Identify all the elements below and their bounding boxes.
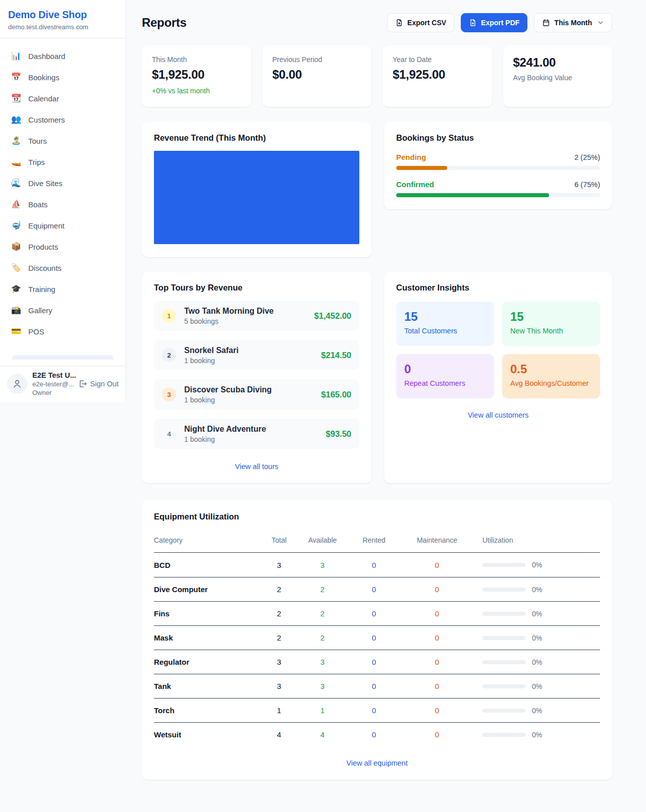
island-icon: 🏝️	[11, 137, 21, 145]
tour-row[interactable]: 4 Night Dive Adventure 1 booking $93.50	[154, 419, 359, 449]
table-row: BCD 3 3 0 0 0%	[154, 553, 600, 577]
equipment-total: 3	[261, 682, 297, 690]
equipment-total: 2	[261, 585, 297, 594]
revenue-trend-chart	[154, 151, 359, 244]
export-pdf-label: Export PDF	[481, 19, 519, 27]
tag-icon: 🏷️	[11, 264, 21, 272]
sidebar-item-calendar[interactable]: 📆 Calendar	[6, 88, 120, 109]
user-footer: E2E Test U... e2e-tester@... Owner Sign …	[0, 366, 126, 402]
sidebar-item-discounts[interactable]: 🏷️ Discounts	[6, 257, 120, 278]
table-header-row: Category Total Available Rented Maintena…	[154, 533, 600, 553]
utilization-pct: 0%	[532, 731, 542, 739]
equipment-total: 3	[261, 658, 297, 666]
insight-tile-avg-bookings: 0.5 Avg Bookings/Customer	[502, 354, 600, 398]
equipment-total: 3	[261, 561, 297, 569]
utilization-bar	[482, 733, 525, 737]
period-label: This Month	[554, 19, 592, 27]
sidebar-item-trips[interactable]: 🚤 Trips	[6, 151, 120, 172]
view-all-equipment-link[interactable]: View all equipment	[346, 759, 407, 767]
camera-icon: 📸	[11, 306, 21, 314]
export-pdf-button[interactable]: Export PDF	[461, 13, 527, 32]
equipment-utilization-title: Equipment Utilization	[154, 512, 600, 521]
people-icon: 👥	[11, 115, 21, 124]
view-all-tours-link[interactable]: View all tours	[235, 462, 279, 471]
utilization-bar	[482, 709, 525, 713]
page-title: Reports	[142, 16, 187, 30]
insight-label: Repeat Customers	[404, 379, 486, 387]
brand-name[interactable]: Demo Dive Shop	[8, 9, 118, 21]
rank-badge: 3	[162, 387, 176, 401]
sidebar-item-boats[interactable]: ⛵ Boats	[6, 194, 120, 215]
main-content: Reports Export CSV Export PDF This Month…	[126, 0, 646, 800]
tour-bookings: 1 booking	[184, 396, 313, 404]
brand-domain: demo.test.divestreams.com	[8, 23, 118, 31]
tour-row[interactable]: 3 Discover Scuba Diving 1 booking $165.0…	[154, 379, 359, 410]
sailboat-icon: ⛵	[11, 200, 21, 208]
tour-revenue: $214.50	[321, 351, 351, 360]
view-all-customers-link[interactable]: View all customers	[468, 411, 529, 419]
customer-insights-title: Customer Insights	[396, 283, 600, 293]
tour-bookings: 1 booking	[184, 435, 318, 443]
equipment-total: 1	[261, 706, 297, 715]
equipment-rented: 0	[348, 658, 400, 666]
progress-fill	[396, 193, 549, 197]
utilization-bar	[482, 660, 525, 664]
status-row-confirmed: Confirmed 6 (75%)	[396, 180, 600, 197]
sidebar-item-customers[interactable]: 👥 Customers	[6, 109, 120, 130]
insight-label: Total Customers	[404, 327, 486, 335]
stat-value: $1,925.00	[393, 68, 482, 82]
table-row: Tank 3 3 0 0 0%	[154, 674, 600, 698]
header-actions: Export CSV Export PDF This Month	[387, 13, 612, 32]
top-tours-card: Top Tours by Revenue 1 Two Tank Morning …	[142, 272, 371, 483]
equipment-rented: 0	[348, 585, 400, 594]
equipment-maintenance: 0	[400, 561, 474, 569]
page-header: Reports Export CSV Export PDF This Month	[142, 13, 612, 32]
equipment-total: 2	[261, 633, 297, 642]
sidebar-item-gallery[interactable]: 📸 Gallery	[6, 300, 120, 321]
equipment-utilization-card: Equipment Utilization Category Total Ava…	[142, 500, 612, 780]
tour-bookings: 5 bookings	[184, 317, 306, 325]
insight-value: 15	[404, 310, 486, 324]
insight-tile-total-customers: 15 Total Customers	[396, 302, 494, 346]
sidebar-item-dive-sites[interactable]: 🌊 Dive Sites	[6, 172, 120, 194]
stat-value: $1,925.00	[152, 68, 241, 82]
stat-delta: +0% vs last month	[152, 87, 241, 95]
logout-icon	[78, 379, 87, 388]
tour-revenue: $165.00	[321, 390, 351, 399]
sidebar-item-products[interactable]: 📦 Products	[6, 236, 120, 257]
sidebar-item-label: Gallery	[28, 306, 52, 315]
equipment-rented: 0	[348, 682, 400, 690]
wave-icon: 🌊	[11, 179, 21, 187]
graduation-cap-icon: 🎓	[11, 285, 21, 293]
equipment-rented: 0	[348, 633, 400, 642]
equipment-rented: 0	[348, 561, 400, 569]
sidebar-item-bookings[interactable]: 📅 Bookings	[6, 67, 120, 88]
rank-badge: 4	[162, 427, 176, 441]
equipment-available: 4	[297, 730, 348, 739]
utilization-pct: 0%	[532, 634, 542, 642]
stat-card-previous-period: Previous Period $0.00	[262, 45, 372, 107]
utilization-pct: 0%	[532, 561, 542, 569]
export-csv-button[interactable]: Export CSV	[387, 13, 454, 32]
utilization-pct: 0%	[532, 707, 542, 715]
equipment-available: 2	[297, 633, 348, 642]
tour-row[interactable]: 1 Two Tank Morning Dive 5 bookings $1,45…	[154, 301, 359, 331]
table-row: Wetsuit 4 4 0 0 0%	[154, 722, 600, 746]
stat-value: $0.00	[273, 68, 362, 82]
equipment-maintenance: 0	[400, 658, 474, 666]
sign-out-button[interactable]: Sign Out	[78, 379, 119, 388]
sidebar-item-partial-highlight[interactable]	[12, 355, 114, 360]
column-header: Rented	[348, 536, 400, 549]
sidebar-item-tours[interactable]: 🏝️ Tours	[6, 130, 120, 151]
bar-chart-icon: 📊	[11, 52, 21, 60]
sidebar-item-pos[interactable]: 💳 POS	[6, 321, 120, 342]
sidebar-item-training[interactable]: 🎓 Training	[6, 278, 120, 300]
sidebar-item-equipment[interactable]: 🤿 Equipment	[6, 215, 120, 236]
tearoff-calendar-icon: 📆	[11, 94, 21, 102]
equipment-maintenance: 0	[400, 730, 474, 739]
tour-row[interactable]: 2 Snorkel Safari 1 booking $214.50	[154, 340, 359, 370]
sidebar-item-dashboard[interactable]: 📊 Dashboard	[6, 45, 120, 67]
insight-value: 0.5	[510, 362, 592, 376]
customer-insights-card: Customer Insights 15 Total Customers 15 …	[384, 272, 612, 483]
period-dropdown[interactable]: This Month	[534, 13, 612, 32]
